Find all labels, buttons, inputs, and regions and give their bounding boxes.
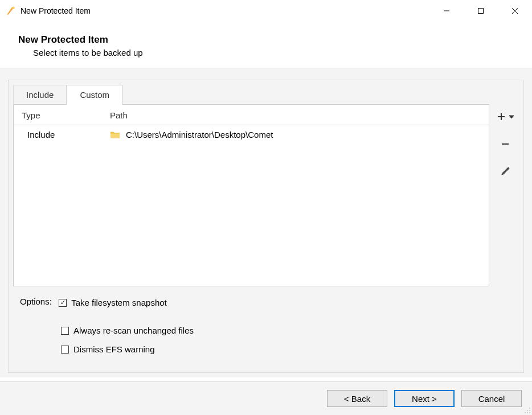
wizard-header: New Protected Item Select items to be ba…: [0, 22, 532, 68]
checkbox-snapshot[interactable]: [59, 299, 67, 307]
checkbox-rescan[interactable]: [61, 327, 69, 335]
items-table: Type Path Include C:\Users\Administrator…: [13, 104, 489, 286]
chevron-down-icon: [509, 114, 514, 119]
footer: < Back Next > Cancel: [0, 381, 532, 415]
svg-point-14: [529, 412, 530, 413]
tab-include[interactable]: Include: [13, 85, 67, 105]
add-button[interactable]: [497, 110, 514, 124]
svg-rect-2: [478, 9, 484, 14]
side-actions: [495, 104, 519, 286]
svg-marker-7: [509, 116, 514, 118]
app-icon: [6, 6, 16, 16]
maximize-button[interactable]: [464, 0, 498, 22]
tab-content: Type Path Include C:\Users\Administrator…: [13, 104, 519, 286]
main-frame: Include Custom Type Path Include C:\User…: [8, 80, 524, 373]
option-rescan-label: Always re-scan unchanged files: [73, 326, 194, 335]
close-button[interactable]: [498, 0, 532, 22]
row-path-text: C:\Users\Administrator\Desktop\Comet: [126, 130, 273, 139]
option-snapshot-label: Take filesystem snapshot: [71, 298, 167, 307]
folder-icon: [110, 130, 120, 139]
svg-point-13: [527, 412, 528, 413]
titlebar: New Protected Item: [0, 0, 532, 22]
next-button[interactable]: Next >: [394, 390, 455, 407]
row-type: Include: [22, 130, 110, 139]
table-header: Type Path: [14, 105, 489, 125]
col-type-header[interactable]: Type: [22, 110, 110, 120]
page-subtitle: Select items to be backed up: [18, 48, 514, 57]
main-area: Include Custom Type Path Include C:\User…: [0, 68, 532, 377]
svg-point-9: [529, 408, 530, 409]
tab-custom[interactable]: Custom: [67, 85, 122, 105]
svg-point-0: [12, 7, 15, 10]
back-button[interactable]: < Back: [327, 390, 387, 407]
checkbox-efs[interactable]: [61, 346, 69, 354]
minimize-button[interactable]: [429, 0, 464, 22]
table-row[interactable]: Include C:\Users\Administrator\Desktop\C…: [14, 125, 489, 144]
edit-button[interactable]: [501, 165, 510, 178]
options-label: Options:: [20, 297, 56, 306]
remove-button[interactable]: [501, 137, 510, 151]
cancel-button[interactable]: Cancel: [461, 390, 522, 407]
tabs: Include Custom: [13, 85, 519, 105]
resize-grip[interactable]: [523, 406, 531, 414]
svg-point-12: [525, 412, 526, 413]
row-path: C:\Users\Administrator\Desktop\Comet: [110, 130, 481, 139]
svg-point-10: [527, 410, 528, 411]
window-controls: [429, 0, 532, 22]
svg-point-11: [529, 410, 530, 411]
col-path-header[interactable]: Path: [110, 110, 481, 120]
window-title: New Protected Item: [21, 6, 429, 15]
options: Options: Take filesystem snapshot Always…: [13, 297, 519, 354]
option-efs-label: Dismiss EFS warning: [73, 344, 155, 354]
page-title: New Protected Item: [18, 34, 514, 46]
